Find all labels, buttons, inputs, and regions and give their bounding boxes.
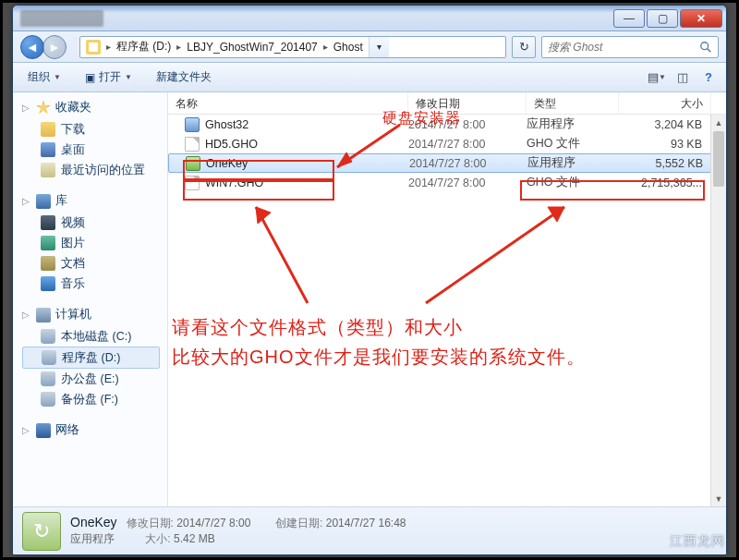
sidebar-item-documents[interactable]: 文档 [22, 253, 167, 274]
search-icon [699, 41, 712, 54]
document-icon [41, 256, 55, 271]
minimize-button[interactable]: — [613, 9, 645, 28]
search-box[interactable] [541, 36, 719, 58]
explorer-window: — ▢ ✕ ◄ ► ▸ 程序盘 (D:) ▸ LBJY_GhostWin7_20… [12, 5, 727, 555]
nav-back-button[interactable]: ◄ [20, 35, 44, 59]
close-button[interactable]: ✕ [680, 9, 722, 28]
drive-icon [41, 371, 55, 386]
sidebar-item-videos[interactable]: 视频 [22, 213, 167, 233]
drive-icon [42, 350, 56, 365]
details-filetype: 应用程序 [70, 532, 115, 545]
folder-icon [41, 122, 55, 137]
breadcrumb-seg-0[interactable]: 程序盘 (D:) [111, 37, 176, 57]
scroll-up-button[interactable]: ▲ [711, 115, 726, 130]
sidebar-item-recent[interactable]: 最近访问的位置 [22, 160, 167, 180]
help-button[interactable]: ? [698, 67, 719, 88]
vertical-scrollbar[interactable]: ▲ ▼ [710, 115, 726, 506]
col-size[interactable]: 大小 [619, 92, 711, 114]
open-icon: ▣ [85, 71, 95, 84]
file-list-pane: 名称 修改日期 类型 大小 Ghost32 2014/7/27 8:00 应用程… [168, 92, 726, 506]
sidebar-item-drive-c[interactable]: 本地磁盘 (C:) [22, 326, 167, 347]
title-text-blurred [20, 10, 103, 27]
picture-icon [41, 236, 55, 250]
chevron-down-icon: ▼ [54, 73, 61, 81]
address-dropdown-button[interactable]: ▾ [369, 37, 389, 57]
sidebar-item-music[interactable]: 音乐 [22, 274, 167, 294]
open-button[interactable]: ▣ 打开 ▼ [78, 66, 139, 89]
navigation-pane: ▷收藏夹 下载 桌面 最近访问的位置 ▷库 视频 图片 文档 音乐 ▷计算机 本… [13, 92, 168, 506]
col-type[interactable]: 类型 [527, 92, 619, 114]
file-list: Ghost32 2014/7/27 8:00 应用程序 3,204 KB HD5… [168, 115, 726, 192]
video-icon [41, 215, 55, 230]
file-row-onekey[interactable]: OneKey 2014/7/27 8:00 应用程序 5,552 KB [168, 153, 726, 173]
view-options-button[interactable]: ▤ ▼ [647, 67, 667, 88]
column-headers: 名称 修改日期 类型 大小 [168, 92, 726, 115]
address-bar[interactable]: ▸ 程序盘 (D:) ▸ LBJY_GhostWin7_201407 ▸ Gho… [79, 36, 506, 58]
title-bar: — ▢ ✕ [13, 6, 726, 31]
exe-icon [186, 156, 200, 171]
organize-button[interactable]: 组织 ▼ [20, 66, 68, 89]
search-input[interactable] [548, 41, 696, 54]
file-row-hd5gho[interactable]: HD5.GHO 2014/7/27 8:00 GHO 文件 93 KB [168, 134, 726, 153]
nav-computer[interactable]: 计算机 [55, 307, 91, 323]
sidebar-item-drive-f[interactable]: 备份盘 (F:) [22, 389, 167, 409]
file-row-ghost32[interactable]: Ghost32 2014/7/27 8:00 应用程序 3,204 KB [168, 115, 726, 134]
details-filename: OneKey [70, 515, 117, 530]
svg-point-0 [701, 42, 709, 49]
svg-line-1 [708, 48, 711, 52]
sidebar-item-drive-d[interactable]: 程序盘 (D:) [22, 347, 160, 369]
organize-label: 组织 [28, 69, 50, 85]
breadcrumb-seg-2[interactable]: Ghost [328, 37, 369, 57]
computer-icon [36, 308, 51, 323]
address-bar-row: ◄ ► ▸ 程序盘 (D:) ▸ LBJY_GhostWin7_201407 ▸… [13, 31, 726, 63]
sidebar-item-drive-e[interactable]: 办公盘 (E:) [22, 369, 167, 389]
nav-favorites[interactable]: 收藏夹 [55, 100, 91, 116]
music-icon [41, 276, 55, 291]
selected-file-icon [22, 512, 61, 551]
nav-libraries[interactable]: 库 [55, 193, 67, 209]
sidebar-item-desktop[interactable]: 桌面 [22, 140, 167, 160]
exe-icon [185, 117, 200, 132]
file-icon [185, 137, 200, 152]
command-bar: 组织 ▼ ▣ 打开 ▼ 新建文件夹 ▤ ▼ ◫ ? [13, 63, 726, 92]
new-folder-button[interactable]: 新建文件夹 [149, 66, 219, 89]
drive-icon [41, 329, 55, 344]
maximize-button[interactable]: ▢ [647, 9, 678, 28]
nav-forward-button: ► [42, 35, 67, 59]
sidebar-item-pictures[interactable]: 图片 [22, 233, 167, 253]
col-name[interactable]: 名称 [168, 92, 408, 114]
nav-network[interactable]: 网络 [55, 422, 79, 438]
scroll-thumb[interactable] [713, 131, 724, 187]
favorites-icon [36, 101, 51, 116]
desktop-icon [41, 142, 55, 157]
chevron-down-icon: ▼ [125, 73, 132, 81]
breadcrumb-seg-1[interactable]: LBJY_GhostWin7_201407 [181, 37, 322, 57]
drive-icon [41, 392, 55, 407]
drive-icon [86, 40, 101, 55]
sidebar-item-downloads[interactable]: 下载 [22, 119, 167, 140]
details-pane: OneKey 修改日期: 2014/7/27 8:00 创建日期: 2014/7… [13, 506, 726, 554]
network-icon [36, 423, 51, 438]
new-folder-label: 新建文件夹 [156, 69, 212, 85]
libraries-icon [36, 194, 51, 209]
open-label: 打开 [99, 69, 121, 85]
recent-icon [41, 163, 55, 177]
col-date[interactable]: 修改日期 [408, 92, 527, 114]
watermark: 江西龙网 [670, 533, 725, 550]
file-row-win7gho[interactable]: WIN7.GHO 2014/7/27 8:00 GHO 文件 2,715,365… [168, 173, 726, 192]
preview-pane-button[interactable]: ◫ [672, 67, 693, 88]
file-icon [185, 176, 200, 190]
refresh-button[interactable]: ↻ [512, 36, 536, 58]
scroll-down-button[interactable]: ▼ [711, 491, 726, 506]
